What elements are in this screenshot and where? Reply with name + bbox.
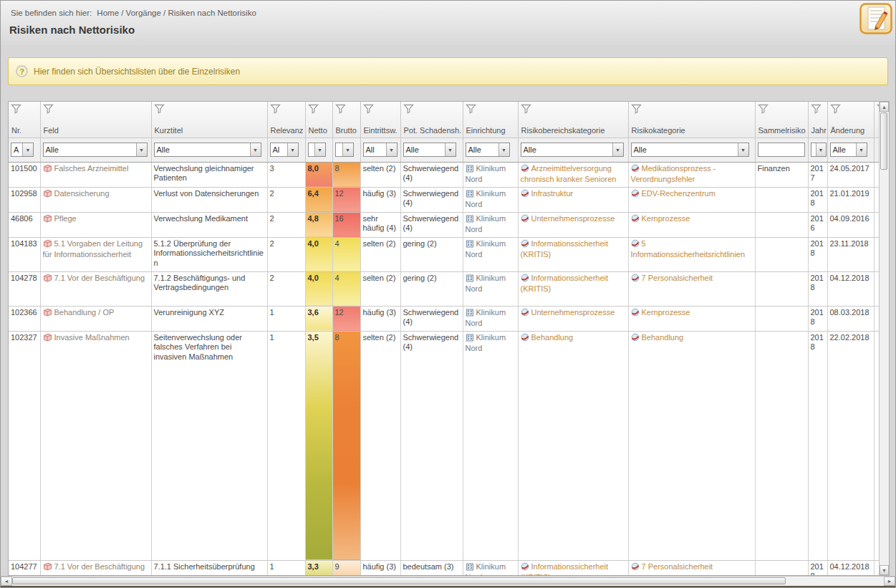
horizontal-scrollbar[interactable]: ◄ ► (1, 576, 895, 586)
table-row[interactable]: 1042777.1 Vor der Beschäftigung7.1.1 Sic… (9, 560, 879, 575)
kategorie-link[interactable]: 7 Personalsicherheit (642, 562, 713, 571)
building-icon (466, 239, 474, 251)
kategorie-link[interactable]: 7 Personalsicherheit (642, 274, 713, 282)
filter-funnel-icon[interactable] (308, 104, 319, 115)
column-header-aenderung[interactable]: Änderung (827, 102, 874, 138)
scroll-down-icon[interactable]: ▼ (880, 565, 889, 575)
column-header-netto[interactable]: Netto (305, 102, 332, 138)
filter-select-einrichtung[interactable]: Alle▼ (466, 143, 510, 157)
extra-cell (874, 162, 879, 187)
column-header-sammelrisiko[interactable]: Sammelrisiko (755, 102, 808, 138)
filter-select-aenderung[interactable]: Alle▼ (830, 143, 867, 157)
breadcrumb-path[interactable]: Home / Vorgänge / Risiken nach Nettorisi… (97, 9, 256, 17)
vertical-scrollbar-track[interactable] (880, 112, 889, 565)
risk-icon (43, 189, 52, 201)
feld-link[interactable]: Falsches Arzneimittel (54, 164, 129, 173)
filter-select-netto[interactable]: ▼ (308, 143, 326, 157)
table-row[interactable]: 46806PflegeVerwechslung Medikament24,816… (9, 212, 879, 237)
filter-funnel-icon[interactable] (877, 104, 880, 115)
kategorie-link[interactable]: Kernprozesse (642, 308, 690, 317)
feld-cell: Invasive Maßnahmen (40, 331, 151, 560)
filter-funnel-icon[interactable] (830, 104, 841, 115)
table-row[interactable]: 1041835.1 Vorgaben der Leitung für Infor… (9, 237, 879, 271)
kategorie-link[interactable]: EDV-Rechenzentrum (642, 189, 716, 198)
table-row[interactable]: 1042787.1 Vor der Beschäftigung7.1.2 Bes… (9, 271, 879, 306)
filter-funnel-icon[interactable] (811, 104, 822, 115)
column-header-einrichtung[interactable]: Einrichtung (463, 102, 518, 138)
column-label: Pot. Schadensh. (404, 126, 462, 135)
kategorie-link[interactable]: Behandlung (642, 333, 684, 342)
column-header-kurztitel[interactable]: Kurztitel (151, 102, 267, 138)
filter-funnel-icon[interactable] (154, 104, 165, 115)
kurztitel-cell: 5.1.2 Überprüfung der Informationssicher… (151, 237, 267, 271)
bereichskat-link[interactable]: Unternehmensprozesse (531, 214, 615, 223)
column-header-eintrittsw[interactable]: Eintrittsw. (360, 102, 400, 138)
bereichskat-link[interactable]: Unternehmensprozesse (531, 308, 615, 317)
horizontal-scrollbar-track[interactable] (12, 577, 884, 586)
feld-link[interactable]: Pflege (54, 214, 77, 223)
column-header-kategorie[interactable]: Risikokategorie (628, 102, 755, 138)
feld-link[interactable]: 7.1 Vor der Beschäftigung (54, 562, 145, 571)
vertical-scrollbar-thumb[interactable] (880, 112, 887, 170)
horizontal-scrollbar-thumb[interactable] (12, 577, 786, 584)
filter-funnel-icon[interactable] (270, 104, 281, 115)
dropdown-arrow-icon: ▼ (314, 143, 325, 156)
filter-select-brutto[interactable]: ▼ (335, 143, 354, 157)
feld-link[interactable]: Behandlung / OP (54, 308, 115, 317)
filter-select-schadensh[interactable]: Alle▼ (403, 143, 456, 157)
dropdown-arrow-icon: ▼ (342, 143, 353, 156)
filter-select-nr[interactable]: A▼ (11, 143, 34, 157)
filter-select-relevanz[interactable]: Al▼ (270, 143, 299, 157)
filter-select-eintrittsw[interactable]: All▼ (363, 143, 398, 157)
category-icon (521, 274, 529, 285)
column-header-nr[interactable]: Nr. (9, 102, 40, 138)
kategorie-link[interactable]: Kernprozesse (642, 214, 690, 223)
column-header-extra[interactable] (874, 102, 879, 138)
netto-cell: 4,0 (305, 237, 332, 271)
scroll-up-icon[interactable]: ▲ (880, 102, 889, 112)
filter-select-jahr[interactable]: ▼ (811, 143, 827, 157)
table-row[interactable]: 102327Invasive MaßnahmenSeitenverwechslu… (9, 331, 879, 560)
filter-funnel-icon[interactable] (758, 104, 769, 115)
bereichskat-link[interactable]: Informationssicherheit (KRITIS) (521, 274, 609, 294)
table-filter-row: A▼Alle▼Alle▼Al▼▼▼All▼Alle▼Alle▼Alle▼Alle… (9, 138, 879, 162)
filter-funnel-icon[interactable] (363, 104, 374, 115)
filter-select-kategorie[interactable]: Alle▼ (631, 143, 749, 157)
filter-select-kurztitel[interactable]: Alle▼ (154, 143, 261, 157)
notepad-edit-icon[interactable] (859, 3, 892, 37)
filter-input-sammelrisiko[interactable] (758, 143, 805, 157)
filter-funnel-icon[interactable] (521, 104, 531, 115)
filter-funnel-icon[interactable] (335, 104, 346, 115)
feld-link[interactable]: 7.1 Vor der Beschäftigung (54, 274, 145, 282)
table-row[interactable]: 102958DatensicherungVerlust von Datensic… (9, 187, 879, 212)
column-header-jahr[interactable]: Jahr (808, 102, 827, 138)
filter-funnel-icon[interactable] (43, 104, 54, 115)
filter-funnel-icon[interactable] (11, 104, 21, 115)
column-header-relevanz[interactable]: Relevanz (267, 102, 305, 138)
vertical-scrollbar[interactable]: ▲ ▼ (879, 102, 889, 575)
kategorie-link[interactable]: 5 Informationssicherheitsrichtlinien (631, 239, 746, 259)
bereichskat-link[interactable]: Informationssicherheit (KRITIS) (521, 239, 609, 259)
column-header-feld[interactable]: Feld (40, 102, 151, 138)
column-header-bereichskat[interactable]: Risikobereichskategorie (518, 102, 628, 138)
column-label: Brutto (336, 126, 357, 135)
filter-select-feld[interactable]: Alle▼ (43, 143, 148, 157)
filter-select-bereichskat[interactable]: Alle▼ (521, 143, 624, 157)
scroll-right-icon[interactable]: ► (884, 577, 895, 586)
scroll-left-icon[interactable]: ◄ (1, 577, 12, 586)
filter-funnel-icon[interactable] (466, 104, 476, 115)
column-header-schadensh[interactable]: Pot. Schadensh. (400, 102, 463, 138)
bereichskat-link[interactable]: Arzneimittelversorgung chronisch kranker… (521, 164, 617, 184)
feld-link[interactable]: Datensicherung (54, 189, 110, 198)
table-row[interactable]: 101500Falsches ArzneimittelVerwechslung … (9, 162, 879, 187)
kategorie-link[interactable]: Medikationsprozess - Verordnungsfehler (631, 164, 716, 184)
filter-funnel-icon[interactable] (631, 104, 642, 115)
feld-link[interactable]: Invasive Maßnahmen (54, 333, 130, 342)
table-row[interactable]: 102366Behandlung / OPVerunreinigung XYZ1… (9, 306, 879, 331)
feld-link[interactable]: 5.1 Vorgaben der Leitung für Information… (43, 239, 143, 259)
column-header-brutto[interactable]: Brutto (332, 102, 360, 138)
bereichskat-link[interactable]: Informationssicherheit (KRITIS) (521, 562, 609, 576)
bereichskat-link[interactable]: Behandlung (531, 333, 574, 342)
filter-funnel-icon[interactable] (403, 104, 414, 115)
bereichskat-link[interactable]: Infrastruktur (531, 189, 574, 198)
